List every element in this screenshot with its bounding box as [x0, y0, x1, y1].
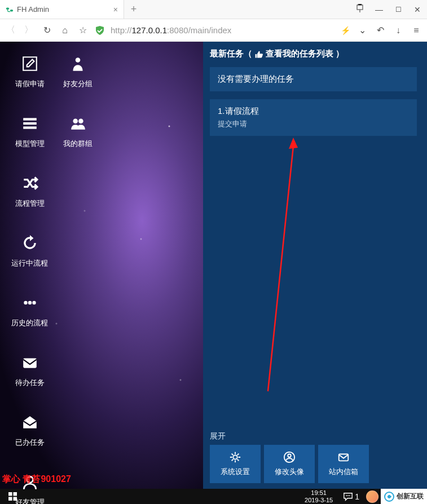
svg-point-24 — [346, 495, 347, 496]
quick-button-label: 修改头像 — [275, 467, 304, 477]
taskbar-clock[interactable]: 19:51 2019-3-15 — [299, 489, 338, 503]
sidebar-item-label: 我的群组 — [54, 139, 102, 149]
speed-mode-icon[interactable]: ⚡ — [341, 26, 350, 35]
gear-icon — [229, 451, 241, 463]
watermark-text: 掌心 青苔901027 — [2, 474, 71, 485]
window-maximize-icon[interactable]: ☐ — [389, 6, 408, 14]
clock-date: 2019-3-15 — [305, 497, 333, 503]
annotation-arrow-icon — [259, 138, 305, 397]
url-path: /main/index — [188, 25, 232, 35]
address-bar: 〈 〉 ↻ ⌂ ☆ http://127.0.0.1:8080/main/ind… — [0, 19, 427, 42]
group-icon — [54, 113, 102, 134]
brand-logo-icon — [384, 492, 394, 502]
task-empty-notice[interactable]: 没有需要办理的任务 — [210, 67, 417, 91]
quick-button-label: 系统设置 — [221, 467, 250, 477]
sidebar-item-label: 好友管理 — [6, 497, 54, 504]
sidebar-item[interactable]: 我的群组 — [54, 113, 102, 149]
chat-count: 1 — [355, 492, 359, 501]
quick-button[interactable]: 系统设置 — [210, 445, 261, 483]
taskbar-avatar[interactable] — [366, 490, 378, 503]
hamburger-menu-icon[interactable]: ≡ — [410, 25, 422, 36]
sidebar-item-label: 运行中流程 — [6, 258, 54, 268]
svg-marker-19 — [289, 138, 298, 149]
speed-dropdown-icon[interactable]: ⌄ — [356, 25, 368, 36]
sidebar-item-label: 待办任务 — [6, 378, 54, 388]
taskbar-chat[interactable]: 1 — [338, 492, 364, 502]
mailopen-icon — [6, 412, 54, 433]
thumb-up-icon — [254, 50, 263, 59]
chat-bubble-icon — [343, 492, 353, 502]
svg-point-25 — [347, 495, 349, 496]
quick-button[interactable]: 站内信箱 — [318, 445, 369, 483]
sidebar-item-label: 好友分组 — [54, 79, 102, 89]
tab-title: FH Admin — [17, 5, 110, 14]
download-icon[interactable]: ↓ — [392, 25, 404, 36]
svg-rect-15 — [6, 7, 9, 10]
nav-favorite-icon[interactable]: ☆ — [77, 25, 89, 36]
svg-rect-16 — [10, 10, 13, 12]
url-scheme: http:// — [111, 25, 132, 35]
tasks-header-pre: 最新任务（ — [210, 48, 252, 59]
undo-icon[interactable]: ↶ — [374, 25, 386, 36]
security-shield-icon — [95, 25, 105, 36]
window-pin-icon[interactable] — [350, 4, 369, 15]
person-icon — [54, 53, 102, 74]
brand-text: 创新互联 — [397, 492, 424, 501]
envelope-icon — [337, 451, 350, 463]
quick-button[interactable]: 修改头像 — [264, 445, 315, 483]
sidebar-item[interactable]: 历史的流程 — [6, 292, 54, 328]
sidebar: 请假申请好友分组模型管理我的群组流程管理运行中流程历史的流程待办任务已办任务好友… — [0, 42, 203, 489]
sidebar-item[interactable]: 好友分组 — [54, 53, 102, 89]
window-close-icon[interactable]: ✕ — [408, 5, 427, 14]
window-minimize-icon[interactable]: — — [369, 5, 389, 14]
clock-time: 19:51 — [305, 489, 333, 496]
nav-home-icon[interactable]: ⌂ — [59, 25, 71, 36]
tabs: FH Admin × + — [0, 0, 350, 19]
quick-button-label: 站内信箱 — [329, 467, 358, 477]
window-controls: — ☐ ✕ — [350, 0, 427, 19]
sidebar-item[interactable]: 运行中流程 — [6, 232, 54, 268]
sidebar-item-label: 请假申请 — [6, 79, 54, 89]
right-panel: 最新任务（ 查看我的任务列表 ） 没有需要办理的任务 1.请假流程 提交申请 展… — [203, 42, 427, 489]
list-icon — [6, 113, 54, 134]
task-item-sub: 提交申请 — [218, 119, 409, 129]
tasks-header-post: ） — [336, 48, 344, 59]
refresh-icon — [6, 232, 54, 254]
sidebar-item[interactable]: 待办任务 — [6, 352, 54, 388]
nav-reload-icon[interactable]: ↻ — [41, 25, 53, 36]
quick-buttons-row: 系统设置修改头像站内信箱 — [210, 445, 417, 483]
tab-favicon-icon — [6, 6, 14, 14]
tasks-header-link[interactable]: 查看我的任务列表 — [266, 48, 333, 59]
sidebar-item[interactable]: 模型管理 — [6, 113, 54, 149]
expand-toggle[interactable]: 展开 — [210, 431, 417, 441]
sidebar-item-label: 历史的流程 — [6, 318, 54, 328]
sidebar-item[interactable]: 已办任务 — [6, 412, 54, 448]
svg-line-18 — [268, 146, 293, 391]
content: 请假申请好友分组模型管理我的群组流程管理运行中流程历史的流程待办任务已办任务好友… — [0, 42, 427, 489]
tab-close-icon[interactable]: × — [113, 5, 118, 14]
edit-icon — [6, 53, 54, 74]
nav-forward-icon: 〉 — [23, 24, 35, 36]
svg-point-26 — [349, 495, 350, 496]
dots-icon — [6, 292, 54, 313]
new-tab-button[interactable]: + — [124, 0, 143, 19]
titlebar: FH Admin × + — ☐ ✕ — [0, 0, 427, 19]
url-host: 127.0.0.1 — [132, 25, 168, 35]
sidebar-item-label: 模型管理 — [6, 139, 54, 149]
task-item[interactable]: 1.请假流程 提交申请 — [210, 99, 417, 136]
sidebar-item-label: 已办任务 — [6, 437, 54, 448]
svg-rect-17 — [357, 5, 363, 10]
url-port: :8080 — [167, 25, 188, 35]
sidebar-item-label: 流程管理 — [6, 198, 54, 209]
shuffle-icon — [6, 173, 54, 194]
url-field[interactable]: http://127.0.0.1:8080/main/index — [111, 25, 335, 35]
mail-icon — [6, 352, 54, 373]
browser-tab[interactable]: FH Admin × — [0, 0, 124, 19]
nav-back-icon[interactable]: 〈 — [5, 24, 17, 36]
sidebar-item[interactable]: 流程管理 — [6, 173, 54, 209]
sidebar-item[interactable]: 请假申请 — [6, 53, 54, 89]
tasks-header: 最新任务（ 查看我的任务列表 ） — [210, 48, 417, 59]
task-item-title: 1.请假流程 — [218, 106, 409, 117]
usercircle-icon — [283, 451, 296, 463]
taskbar-brand[interactable]: 创新互联 — [381, 489, 427, 504]
